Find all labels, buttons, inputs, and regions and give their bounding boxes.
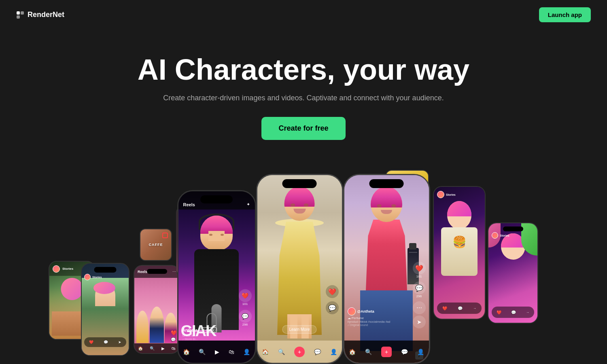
create-for-free-button[interactable]: Create for free — [261, 117, 345, 140]
launch-app-button[interactable]: Launch app — [539, 7, 591, 22]
podcast-phone: Reels ✦ GIAK — [177, 190, 256, 364]
far-right-phone: Stories ❤️ 💬 → — [488, 222, 538, 324]
logo-text: RenderNet — [28, 11, 64, 19]
cafe-card: CAFFE — [140, 229, 172, 261]
hero-section: AI Characters, your way Create character… — [0, 30, 607, 140]
svg-rect-0 — [17, 11, 20, 15]
left-reels-card: Reels ⋯ 🏠 🔍 ▶ 🛍 ❤️ 💬 — [134, 265, 180, 354]
podcast-caption: Great so... — [183, 334, 239, 337]
rendernet-logo-icon — [16, 11, 24, 19]
podcast-username: Antheta — [183, 328, 197, 332]
navigation: RenderNet Launch app — [0, 0, 607, 30]
phones-showcase: Stories Stories ❤️ 💬 ➤ Reels ⋯ — [61, 154, 546, 364]
svg-rect-1 — [21, 11, 24, 15]
reels-label-left: Reels — [138, 270, 147, 274]
right-phone-product: Perfume — [352, 316, 364, 320]
far-left-phone: Stories ❤️ 💬 ➤ — [81, 263, 129, 356]
right-story-card: Stories 🍔 ❤️ 💬 → — [433, 186, 486, 320]
learn-more-btn[interactable]: Learn More — [282, 325, 316, 334]
center-phone-yellow-dress: Learn More 🏠 🔍 + 💬 👤 ❤️ 💬 — [256, 174, 343, 364]
hero-title: AI Characters, your way — [0, 54, 607, 86]
logo[interactable]: RenderNet — [16, 11, 64, 19]
right-phone-sound: Original sound — [350, 324, 368, 326]
hero-subtitle: Create character-driven images and video… — [0, 94, 607, 102]
right-phone-hashtags: #product #tiktok #socialmedia #ad — [348, 320, 411, 323]
right-phone-username: @Antheta — [357, 309, 374, 313]
podcast-follow-btn[interactable]: Follow — [201, 327, 217, 333]
podcast-reels-label: Reels — [183, 202, 195, 207]
right-main-phone-pink-top: @Antheta ☁ Perfume #product #tiktok #soc… — [343, 174, 430, 364]
svg-rect-2 — [17, 15, 20, 19]
